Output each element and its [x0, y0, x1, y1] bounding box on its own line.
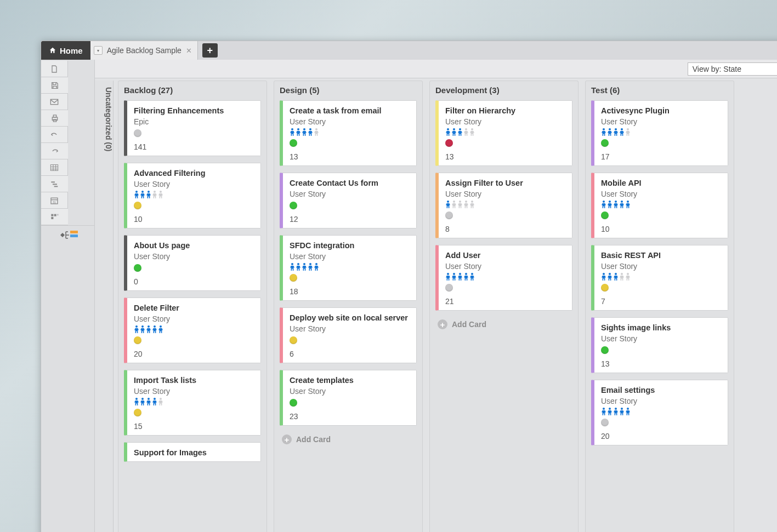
card[interactable]: Delete FilterUser Story20 — [124, 298, 261, 363]
status-dot — [290, 399, 297, 407]
card[interactable]: Email settingsUser Story20 — [591, 380, 728, 445]
person-icon — [134, 325, 139, 333]
tab-close-icon[interactable]: ✕ — [186, 47, 192, 55]
lane-title: Design (5) — [280, 85, 417, 95]
person-icon — [146, 398, 151, 405]
plus-icon: + — [438, 319, 447, 329]
card-title: Assign Filter to User — [445, 179, 565, 187]
card-type: User Story — [290, 190, 410, 198]
person-icon — [457, 273, 463, 281]
card-view-button[interactable] — [41, 209, 68, 225]
add-card-button[interactable]: +Add Card — [280, 432, 417, 444]
add-card-button[interactable]: +Add Card — [435, 317, 572, 329]
card-points: 141 — [134, 142, 254, 151]
card-type: User Story — [601, 190, 721, 198]
card-people — [445, 273, 565, 281]
card-title: Create Contact Us form — [290, 179, 410, 187]
person-icon — [296, 128, 301, 136]
card[interactable]: Create a task from emailUser Story13 — [280, 100, 417, 166]
card-type: User Story — [290, 117, 410, 126]
card[interactable]: Sights image linksUser Story13 — [591, 317, 728, 373]
person-icon — [302, 128, 307, 136]
redo-button[interactable] — [41, 143, 68, 159]
card-title: Sights image links — [601, 323, 721, 332]
person-icon — [296, 263, 301, 271]
calendar-view-button[interactable]: 31 — [41, 192, 68, 209]
board: Uncategorized (0) Backlog (27)Filtering … — [95, 78, 777, 532]
tab-document[interactable]: ▾ Agile Backlog Sample ✕ — [90, 41, 198, 60]
status-dot — [601, 139, 609, 147]
undo-button[interactable] — [41, 127, 68, 143]
hierarchy-button[interactable] — [41, 226, 94, 244]
status-dot — [445, 284, 453, 291]
person-icon — [469, 128, 475, 136]
card[interactable]: Create Contact Us formUser Story12 — [280, 173, 417, 228]
new-file-button[interactable] — [41, 61, 68, 77]
add-tab-button[interactable]: + — [202, 43, 218, 58]
person-icon — [625, 128, 631, 136]
lane-title: Backlog (27) — [124, 85, 261, 95]
status-dot — [290, 139, 297, 147]
person-icon — [451, 201, 457, 208]
status-dot — [134, 264, 141, 272]
card[interactable]: Filtering EnhancementsEpic141 — [124, 100, 261, 156]
lanes: Backlog (27)Filtering EnhancementsEpic14… — [114, 81, 777, 532]
person-icon — [302, 263, 307, 271]
card[interactable]: About Us pageUser Story0 — [124, 235, 261, 291]
person-icon — [445, 273, 451, 281]
card-points: 10 — [601, 225, 721, 233]
gantt-view-button[interactable] — [41, 176, 68, 192]
card-people — [134, 325, 254, 333]
card-title: Filter on Hierarchy — [445, 106, 565, 115]
svg-rect-14 — [70, 231, 78, 233]
status-dot — [601, 211, 609, 219]
tab-menu-icon[interactable]: ▾ — [94, 46, 103, 55]
mail-button[interactable] — [41, 94, 68, 110]
card-type: User Story — [601, 397, 721, 405]
card[interactable]: Mobile APIUser Story10 — [591, 173, 728, 238]
card-type: User Story — [134, 252, 254, 261]
card-points: 7 — [601, 297, 721, 306]
svg-rect-6 — [53, 184, 57, 185]
uncategorized-lane[interactable]: Uncategorized (0) — [95, 81, 114, 532]
card-title: Import Task lists — [134, 376, 254, 385]
person-icon — [134, 191, 139, 198]
card[interactable]: Import Task listsUser Story15 — [124, 370, 261, 436]
card-title: Mobile API — [601, 179, 721, 187]
person-icon — [451, 273, 457, 281]
main: 31 View by: State ▼ — [41, 60, 777, 532]
person-icon — [158, 398, 163, 405]
person-icon — [613, 128, 619, 136]
card[interactable]: Support for Images — [124, 442, 261, 462]
card-type: Epic — [134, 117, 254, 126]
person-icon — [463, 201, 469, 208]
lane: Design (5)Create a task from emailUser S… — [274, 81, 423, 532]
card[interactable]: Advanced FilteringUser Story10 — [124, 163, 261, 228]
card[interactable]: Create templatesUser Story23 — [280, 370, 417, 426]
card-title: Email settings — [601, 386, 721, 394]
print-button[interactable] — [41, 110, 68, 127]
svg-text:31: 31 — [53, 200, 56, 203]
tab-home[interactable]: Home — [41, 41, 90, 60]
status-dot — [290, 274, 297, 282]
card[interactable]: Basic REST APIUser Story7 — [591, 245, 728, 311]
card-points: 23 — [290, 412, 410, 421]
card[interactable]: Activesync PluginUser Story17 — [591, 100, 728, 166]
card[interactable]: Deploy web site on local serverUser Stor… — [280, 307, 417, 363]
person-icon — [607, 273, 612, 281]
grid-view-button[interactable] — [41, 159, 68, 176]
card[interactable]: SFDC integrationUser Story18 — [280, 235, 417, 301]
person-icon — [619, 273, 625, 281]
person-icon — [619, 201, 625, 208]
card-type: User Story — [445, 117, 565, 126]
card[interactable]: Filter on HierarchyUser Story13 — [435, 100, 572, 166]
save-button[interactable] — [41, 77, 68, 94]
viewby-select[interactable]: View by: State ▼ — [688, 62, 777, 76]
card-points: 13 — [290, 152, 410, 161]
person-icon — [625, 201, 631, 208]
status-dot — [134, 129, 141, 137]
card[interactable]: Assign Filter to UserUser Story8 — [435, 173, 572, 238]
person-icon — [601, 201, 606, 208]
svg-rect-13 — [57, 214, 59, 215]
card[interactable]: Add UserUser Story21 — [435, 245, 572, 311]
